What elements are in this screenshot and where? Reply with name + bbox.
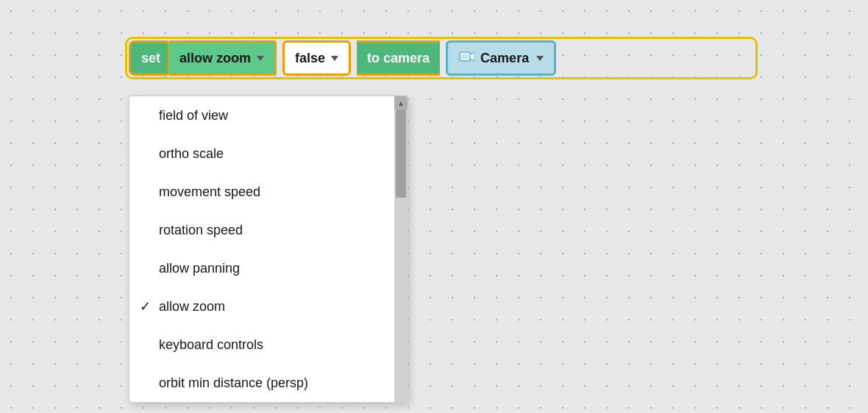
set-block: set — [129, 40, 168, 76]
to-camera-label: to camera — [367, 51, 430, 66]
dropdown-item-field-of-view[interactable]: field of view — [129, 96, 394, 134]
property-dropdown-menu: field of viewortho scalemovement speedro… — [129, 96, 408, 403]
dropdown-item-ortho-scale[interactable]: ortho scale — [129, 134, 394, 173]
value-dropdown-arrow — [331, 56, 338, 61]
camera-object-block[interactable]: Camera — [446, 40, 556, 76]
scrollbar-track[interactable]: ▲ — [394, 96, 408, 402]
camera-icon — [458, 49, 474, 68]
camera-object-label: Camera — [480, 51, 529, 66]
dropdown-item-keyboard-controls[interactable]: keyboard controls — [129, 326, 394, 364]
dropdown-item-allow-zoom[interactable]: allow zoom — [129, 287, 394, 326]
property-label: allow zoom — [179, 51, 251, 66]
property-dropdown-arrow — [257, 56, 264, 61]
dropdown-item-allow-panning[interactable]: allow panning — [129, 249, 394, 287]
to-camera-label-block: to camera — [357, 40, 440, 76]
scrollbar-thumb[interactable] — [396, 109, 406, 198]
dropdown-item-rotation-speed[interactable]: rotation speed — [129, 211, 394, 249]
value-dropdown-block[interactable]: false — [282, 40, 351, 76]
block-row: set allow zoom false to camera Camera — [129, 40, 556, 76]
dropdown-item-movement-speed[interactable]: movement speed — [129, 173, 394, 211]
property-dropdown-block[interactable]: allow zoom — [168, 40, 277, 76]
value-label: false — [295, 51, 325, 66]
svg-marker-1 — [470, 52, 474, 61]
set-label: set — [141, 51, 160, 66]
dropdown-list: field of viewortho scalemovement speedro… — [129, 96, 394, 402]
svg-rect-2 — [461, 54, 469, 60]
camera-dropdown-arrow — [536, 56, 544, 61]
dropdown-item-orbit-min-distance[interactable]: orbit min distance (persp) — [129, 364, 394, 402]
scrollbar-up-button[interactable]: ▲ — [394, 96, 408, 109]
